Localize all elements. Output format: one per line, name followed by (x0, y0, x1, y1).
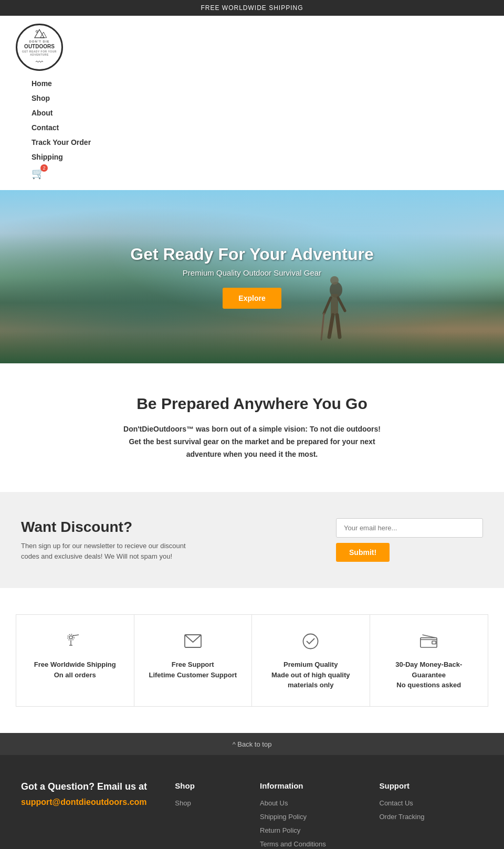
features-section: Free Worldwide Shipping On all orders Fr… (0, 588, 504, 733)
footer-shop-link[interactable]: Shop (175, 799, 191, 807)
footer-shipping-policy-link[interactable]: Shipping Policy (260, 813, 307, 821)
submit-button[interactable]: Submit! (336, 543, 390, 562)
footer-order-tracking-link[interactable]: Order Tracking (380, 813, 425, 821)
shipping-icon (27, 631, 123, 652)
cart-badge: 2 (40, 164, 48, 172)
footer-col-support: Support Contact Us Order Tracking (380, 781, 484, 849)
back-to-top-bar: ^ Back to top (0, 733, 504, 755)
footer-support-heading: Support (380, 781, 484, 790)
feature-quality: Premium Quality Made out of high quality… (252, 615, 370, 706)
checkmark-icon (262, 631, 359, 652)
logo-text: DON'T DIE OUTDOORS GET READY FOR YOUR AD… (17, 40, 61, 56)
footer-email-link[interactable]: support@dontdieoutdoors.com (21, 798, 147, 806)
nav-home[interactable]: Home (32, 76, 472, 91)
nav-shipping[interactable]: Shipping (32, 150, 472, 164)
footer-col-shop: Shop Shop (175, 781, 244, 849)
feature-moneyback: 30-Day Money-Back-Guarantee No questions… (370, 615, 488, 706)
header: DON'T DIE OUTDOORS GET READY FOR YOUR AD… (0, 16, 504, 190)
feature-support: Free Support Lifetime Customer Support (134, 615, 253, 706)
discount-right: Submit! (336, 518, 483, 562)
hero-content: Get Ready For Your Adventure Premium Qua… (130, 245, 374, 309)
nav-about[interactable]: About (32, 106, 472, 120)
main-nav: Home Shop About Contact Track Your Order… (16, 76, 488, 164)
discount-heading: Want Discount? (21, 519, 205, 536)
hero-section: Get Ready For Your Adventure Premium Qua… (0, 190, 504, 363)
svg-point-11 (69, 636, 72, 639)
hero-heading: Get Ready For Your Adventure (130, 245, 374, 264)
feature-support-title: Free Support Lifetime Customer Support (145, 659, 242, 680)
footer-terms-link[interactable]: Terms and Conditions (260, 840, 326, 848)
svg-rect-18 (421, 638, 437, 647)
svg-point-2 (36, 30, 38, 33)
be-prepared-body: Don'tDieOutdoors™ was born out of a simp… (121, 423, 383, 460)
footer-col-information: Information About Us Shipping Policy Ret… (260, 781, 364, 849)
nav-contact[interactable]: Contact (32, 120, 472, 135)
be-prepared-heading: Be Prepared Anywhere You Go (16, 395, 488, 413)
cart-wrapper[interactable]: 🛒 2 (16, 164, 60, 182)
mountain-icon (32, 28, 47, 39)
feature-quality-title: Premium Quality Made out of high quality… (262, 659, 359, 690)
footer-top: Got a Question? Email us at support@dont… (21, 781, 483, 849)
logo: DON'T DIE OUTDOORS GET READY FOR YOUR AD… (16, 24, 63, 71)
explore-button[interactable]: Explore (223, 288, 281, 309)
footer-information-heading: Information (260, 781, 364, 790)
feature-shipping-title: Free Worldwide Shipping On all orders (27, 659, 123, 680)
footer-about-link[interactable]: About Us (260, 799, 288, 807)
footer-contact-link[interactable]: Contact Us (380, 799, 413, 807)
discount-subtext: Then sign up for our newsletter to recie… (21, 541, 205, 561)
feature-shipping: Free Worldwide Shipping On all orders (16, 615, 134, 706)
hero-subheading: Premium Quality Outdoor Survival Gear (130, 268, 374, 277)
footer-shop-heading: Shop (175, 781, 244, 790)
hero-trees (0, 332, 504, 363)
email-input[interactable] (336, 518, 483, 538)
footer-email-section: Got a Question? Email us at support@dont… (21, 781, 159, 849)
footer-email-heading: Got a Question? Email us at (21, 781, 159, 792)
top-banner: FREE WORLDWIDE SHIPPING (0, 0, 504, 16)
svg-point-17 (303, 634, 318, 648)
logo-container: DON'T DIE OUTDOORS GET READY FOR YOUR AD… (16, 24, 488, 71)
footer: Got a Question? Email us at support@dont… (0, 755, 504, 849)
wallet-icon (381, 631, 478, 652)
discount-left: Want Discount? Then sign up for our news… (21, 519, 205, 561)
banner-text: FREE WORLDWIDE SHIPPING (201, 4, 303, 12)
be-prepared-section: Be Prepared Anywhere You Go Don'tDieOutd… (0, 363, 504, 492)
discount-section: Want Discount? Then sign up for our news… (0, 492, 504, 588)
feature-moneyback-title: 30-Day Money-Back-Guarantee No questions… (381, 659, 478, 690)
nav-shop[interactable]: Shop (32, 91, 472, 106)
footer-return-policy-link[interactable]: Return Policy (260, 826, 300, 834)
back-to-top-link[interactable]: ^ Back to top (233, 740, 272, 748)
svg-rect-19 (432, 641, 436, 644)
features-grid: Free Worldwide Shipping On all orders Fr… (16, 614, 488, 707)
svg-point-12 (68, 634, 74, 641)
nav-track-order[interactable]: Track Your Order (32, 135, 472, 150)
envelope-icon (145, 631, 242, 652)
